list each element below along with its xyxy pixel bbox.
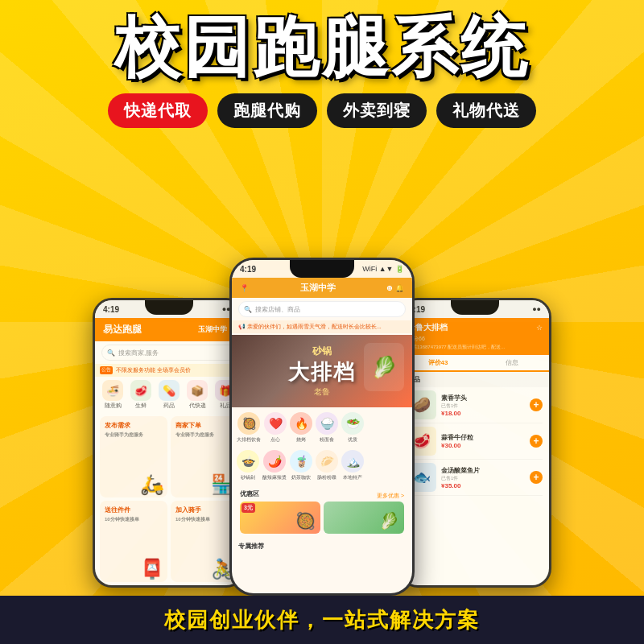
menu-item-name-2: 蒜香牛仔粒	[441, 433, 525, 442]
promo-grid: 3元 🥘 🥬	[240, 502, 404, 534]
center-specialty-cats: 🍲 砂锅剁 🌶️ 酸辣麻辣烫 🧋 奶茶咖饮 🥟	[232, 447, 412, 485]
cat-item-1[interactable]: 🍜 随意购	[100, 380, 126, 410]
right-menu-list: 🥔 素香芋头 已售1件 ¥18.00 + 🥩 蒜香牛仔粒	[401, 387, 549, 496]
center-location-label: 📍	[240, 284, 249, 292]
spec-cat-1[interactable]: 🍲 砂锅剁	[237, 450, 259, 481]
spec-cat-3[interactable]: 🧋 奶茶咖饮	[290, 450, 312, 481]
food-cat-label-5: 优质	[348, 436, 357, 444]
menu-item-price-2: ¥30.00	[441, 442, 525, 449]
action-merchant-sub: 专业骑手为您服务	[175, 431, 233, 439]
cat-icon-suiyi: 🍜	[102, 380, 123, 401]
action-delivery-sub: 10分钟快速接单	[105, 516, 163, 523]
promo-badge-1: 3元	[242, 503, 255, 513]
center-phone-wrapper: 4:19 WiFi ▲▼ 🔋 📍 玉湖中学 ⊕ 🔔 🔍 搜索店铺、商品	[229, 258, 415, 596]
menu-item-3[interactable]: 🐟 金汤酸菜鱼片 已售1件 ¥35.00 +	[407, 460, 543, 496]
menu-item-add-1[interactable]: +	[530, 398, 543, 411]
center-status-icons: WiFi ▲▼ 🔋	[362, 265, 404, 273]
hero-text-block: 砂锅 大排档 老鲁	[288, 345, 356, 398]
cat-item-4[interactable]: 📦 代快递	[184, 380, 210, 410]
food-cat-1[interactable]: 🥘 大排档饮食	[237, 412, 261, 444]
action-rider[interactable]: 加入骑手 10分钟快速接单 🚴	[171, 501, 238, 582]
right-phone-notch	[451, 300, 499, 315]
tag-waimai[interactable]: 外卖到寝	[327, 93, 427, 128]
food-cat-label-2: 点心	[270, 436, 280, 444]
right-store-title-row: 老鲁大排档 ☆	[407, 322, 543, 333]
action-demand[interactable]: 发布需求 专业骑手为您服务 🛵	[100, 416, 167, 497]
promo-item-2[interactable]: 🥬	[324, 502, 404, 534]
right-tab-info[interactable]: 信息	[475, 355, 549, 370]
center-app-header: 📍 玉湖中学 ⊕ 🔔	[232, 278, 412, 298]
left-app-header: 易达跑腿 玉湖中学 ∨	[95, 318, 243, 341]
center-phone-screen: 4:19 WiFi ▲▼ 🔋 📍 玉湖中学 ⊕ 🔔 🔍 搜索店铺、商品	[232, 260, 412, 593]
menu-item-info-2: 蒜香牛仔粒 ¥30.00	[436, 433, 530, 449]
menu-item-info-1: 素香芋头 已售1件 ¥18.00	[436, 394, 530, 417]
cat-label-3: 药品	[163, 402, 175, 410]
cat-label-4: 代快递	[189, 402, 206, 410]
food-cat-3[interactable]: 🔥 烧烤	[290, 412, 312, 444]
main-title: 校园跑腿系统	[114, 14, 530, 80]
menu-item-info-3: 金汤酸菜鱼片 已售1件 ¥35.00	[436, 466, 530, 489]
food-cat-5[interactable]: 🥗 优质	[341, 412, 364, 444]
left-announce: 公告 不限发服务功能 全场享会员价	[95, 364, 243, 377]
cat-item-2[interactable]: 🥩 生鲜	[128, 380, 154, 410]
food-cat-icon-5: 🥗	[341, 412, 364, 435]
menu-item-name-1: 素香芋头	[441, 394, 525, 402]
food-cat-icon-4: 🍚	[316, 412, 338, 435]
hero-text-small: 砂锅	[312, 345, 332, 358]
right-store-info: 电话13687473977 配送员预计到达吧，配送...	[407, 344, 543, 351]
spec-cat-4[interactable]: 🥟 肠粉粉碟	[316, 450, 338, 481]
cat-label-2: 生鲜	[135, 402, 147, 410]
promo-more[interactable]: 更多优惠 >	[377, 492, 404, 500]
spec-cat-icon-2: 🌶️	[263, 450, 286, 473]
action-merchant[interactable]: 商家下单 专业骑手为您服务 🏪	[171, 416, 238, 497]
center-hero-banner: 砂锅 大排档 老鲁 🥬	[232, 335, 412, 407]
tag-liwu[interactable]: 礼物代送	[436, 93, 536, 128]
title-section: 校园跑腿系统	[114, 14, 530, 80]
featured-section-title: 专属推荐	[232, 539, 412, 554]
right-phone-screen: 4:19 ●● 老鲁大排档 ☆ 评分66 电话13687473977 配送员预计…	[401, 300, 549, 585]
cat-item-3[interactable]: 💊 药品	[156, 380, 182, 410]
promo-food-icon-1: 🥘	[295, 511, 316, 530]
menu-item-name-3: 金汤酸菜鱼片	[441, 466, 525, 475]
center-header-icons: ⊕ 🔔	[386, 284, 404, 292]
spec-cat-label-3: 奶茶咖饮	[291, 474, 311, 481]
center-phone-notch	[290, 260, 354, 278]
action-delivery-icon: 📮	[140, 558, 164, 580]
center-app-name: 玉湖中学	[300, 282, 336, 294]
left-search-bar[interactable]: 🔍 搜索商家,服务	[101, 345, 237, 361]
announce-text: 不限发服务功能 全场享会员价	[116, 366, 191, 374]
action-delivery[interactable]: 送往件件 10分钟快速接单 📮	[100, 501, 167, 582]
hero-text-main: 大排档	[288, 358, 356, 386]
menu-item-add-3[interactable]: +	[530, 471, 543, 484]
left-action-grid: 发布需求 专业骑手为您服务 🛵 商家下单 专业骑手为您服务 🏪 送往件件 10分…	[95, 413, 243, 585]
footer-text: 校园创业伙伴，一站式解决方案	[164, 606, 480, 634]
right-section-title: 新品	[401, 372, 549, 387]
left-cat-grid: 🍜 随意购 🥩 生鲜 💊 药品 📦 代快	[95, 377, 243, 413]
tag-paotui[interactable]: 跑腿代购	[217, 93, 317, 128]
left-phone-notch	[145, 300, 193, 315]
food-cat-2[interactable]: ❤️ 点心	[264, 412, 287, 444]
spec-cat-label-2: 酸辣麻辣烫	[262, 474, 287, 481]
spec-cat-label-4: 肠粉粉碟	[317, 474, 336, 481]
menu-item-price-1: ¥18.00	[441, 410, 525, 417]
center-food-cats: 🥘 大排档饮食 ❤️ 点心 🔥 烧烤 🍚	[232, 409, 412, 447]
cat-label-1: 随意购	[105, 402, 122, 410]
promo-item-1[interactable]: 3元 🥘	[240, 502, 320, 534]
center-search-bar[interactable]: 🔍 搜索店铺、商品	[238, 301, 406, 317]
right-store-header: 老鲁大排档 ☆ 评分66 电话13687473977 配送员预计到达吧，配送..…	[401, 318, 549, 355]
action-demand-sub: 专业骑手为您服务	[105, 431, 163, 439]
spec-cat-5[interactable]: 🏔️ 本地特产	[341, 450, 364, 481]
food-cat-4[interactable]: 🍚 粉面食	[316, 412, 338, 444]
action-delivery-title: 送往件件	[105, 506, 163, 514]
menu-item-1[interactable]: 🥔 素香芋头 已售1件 ¥18.00 +	[407, 387, 543, 423]
food-cat-label-4: 粉面食	[320, 436, 334, 444]
menu-item-2[interactable]: 🥩 蒜香牛仔粒 ¥30.00 +	[407, 423, 543, 460]
center-promo-area: 优惠区 更多优惠 > 3元 🥘 🥬	[237, 486, 407, 537]
hero-food-icon: 🥬	[364, 343, 404, 391]
spec-cat-2[interactable]: 🌶️ 酸辣麻辣烫	[262, 450, 287, 481]
action-merchant-title: 商家下单	[175, 421, 233, 430]
right-phone: 4:19 ●● 老鲁大排档 ☆ 评分66 电话13687473977 配送员预计…	[398, 298, 551, 588]
tag-kuaidi[interactable]: 快递代取	[108, 93, 208, 128]
menu-item-add-2[interactable]: +	[530, 435, 543, 448]
promo-food-icon-2: 🥬	[379, 511, 399, 530]
